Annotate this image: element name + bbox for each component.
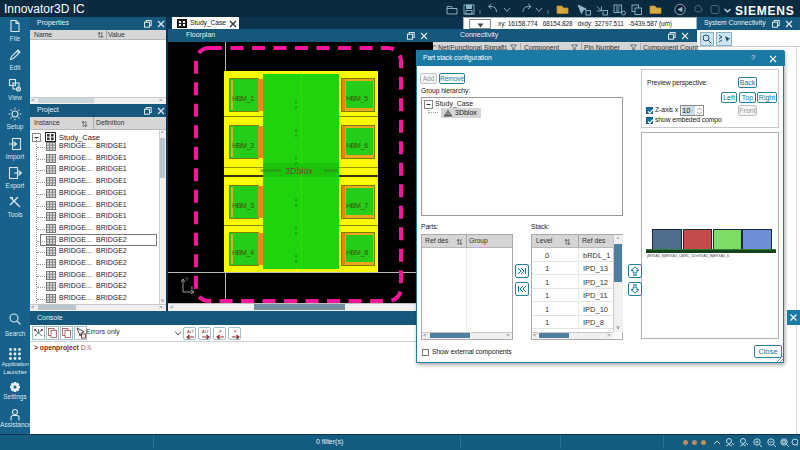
svg-text:X: X: [190, 285, 194, 291]
svg-text:Y: Y: [185, 276, 189, 282]
